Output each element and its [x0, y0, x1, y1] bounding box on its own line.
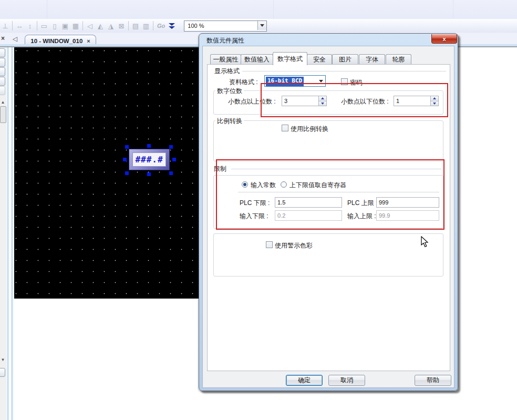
tab-label: 10 - WINDOW_010 — [30, 38, 82, 44]
align-vertical-icon[interactable]: ▯ — [49, 21, 60, 30]
warning-color-label: 使用警示色彩 — [275, 241, 313, 250]
scrollbar-thumb[interactable] — [0, 106, 6, 123]
edit-toolbar: ⊥ ↔ ↕ ▭ ▯ ▣ ▦ ◁ ◭ ◮ ⊠ ▤ ▥ Go 100 % — [0, 19, 517, 33]
same-width-icon[interactable]: ↔ — [14, 21, 25, 30]
digits-group-label: 数字位数 — [215, 87, 244, 96]
scroll-down-icon[interactable]: ▼ — [0, 357, 6, 362]
annotation-rect-limit — [216, 159, 444, 230]
rotate-icon[interactable]: ◮ — [106, 21, 116, 30]
align-horizontal-icon[interactable]: ▭ — [39, 21, 49, 30]
ok-button[interactable]: 确定 — [286, 375, 323, 386]
selection-handle[interactable] — [169, 145, 173, 149]
flip-left-icon[interactable]: ◁ — [85, 21, 95, 30]
same-height-icon[interactable]: ↕ — [25, 21, 35, 30]
warning-groupbox — [213, 233, 443, 276]
left-tool-button[interactable] — [0, 77, 5, 86]
align-bottom-icon[interactable]: ⊥ — [0, 21, 11, 30]
splitter-bar[interactable] — [7, 47, 9, 420]
tab-security[interactable]: 安全 — [307, 54, 332, 65]
tab-scroll-left-icon[interactable]: ◁ — [13, 35, 17, 43]
ungroup-icon[interactable]: ▥ — [141, 21, 151, 30]
data-format-label: 资料格式 : — [229, 78, 258, 87]
zoom-combobox[interactable]: 100 % — [184, 21, 267, 32]
layer-order-icon[interactable] — [167, 23, 177, 29]
panel-close-icon[interactable]: × — [1, 35, 5, 42]
left-tool-button[interactable] — [0, 67, 5, 76]
dialog-title: 数值元件属性 — [206, 36, 244, 45]
group-divider — [242, 71, 446, 71]
splitter-bar[interactable] — [11, 47, 13, 420]
selection-handle[interactable] — [125, 171, 129, 175]
help-button[interactable]: 帮助 — [415, 375, 451, 386]
toolbar-separator — [12, 21, 13, 30]
application-window: ⊥ ↔ ↕ ▭ ▯ ▣ ▦ ◁ ◭ ◮ ⊠ ▤ ▥ Go 100 % × ◁ 1… — [0, 0, 517, 420]
toolbar-band-divider — [453, 0, 453, 19]
go-button[interactable]: Go — [155, 23, 167, 29]
zoom-dropdown-button[interactable] — [257, 21, 266, 30]
left-tool-button[interactable] — [0, 86, 5, 95]
center-in-window-icon[interactable]: ▣ — [60, 21, 70, 30]
tab-numeric-input[interactable]: 数值输入 — [241, 54, 273, 65]
pin-icon[interactable]: ⊠ — [116, 21, 127, 30]
toolbar-separator — [128, 21, 129, 30]
tab-general[interactable]: 一般属性 — [210, 54, 241, 65]
zoom-value: 100 % — [184, 23, 204, 29]
left-tool-button[interactable] — [0, 368, 5, 377]
warning-color-checkbox[interactable] — [266, 241, 273, 248]
selection-handle[interactable] — [172, 158, 176, 161]
scroll-up-icon[interactable]: ▲ — [0, 100, 6, 105]
flip-horizontal-icon[interactable]: ◭ — [95, 21, 106, 30]
dialog-close-button[interactable]: x — [431, 34, 457, 44]
snap-grid-icon[interactable]: ▦ — [70, 21, 81, 30]
toolbar-band-divider — [273, 0, 274, 19]
selection-handle[interactable] — [169, 171, 173, 175]
use-scale-label: 使用比例转换 — [291, 125, 328, 134]
numeric-element-text: ###.# — [132, 152, 166, 167]
chevron-down-icon — [260, 24, 264, 27]
use-scale-checkbox[interactable] — [282, 125, 288, 131]
left-panel-strip: ▲ ▼ — [0, 47, 6, 420]
toolbar-separator — [153, 21, 153, 30]
tab-font[interactable]: 字体 — [359, 54, 385, 65]
group-icon[interactable]: ▤ — [130, 21, 141, 30]
tab-profile[interactable]: 轮廓 — [386, 54, 411, 65]
tab-number-format[interactable]: 数字格式 — [273, 52, 307, 65]
cancel-button[interactable]: 取消 — [328, 375, 365, 386]
tab-close-icon[interactable]: × — [87, 38, 90, 44]
scale-group-label: 比例转换 — [215, 117, 244, 126]
toolbar-separator — [82, 21, 83, 30]
toolbar-band-divider — [47, 0, 47, 19]
annotation-rect-digits — [261, 83, 448, 117]
mouse-cursor-icon — [421, 236, 429, 248]
selection-handle[interactable] — [147, 144, 151, 148]
left-tool-button[interactable] — [0, 48, 5, 57]
display-format-group-label: 显示格式 — [213, 67, 241, 76]
tab-picture[interactable]: 图片 — [332, 54, 358, 65]
numeric-element[interactable]: ###.# — [129, 149, 170, 170]
left-tool-button[interactable] — [0, 58, 5, 67]
toolbar-separator — [37, 21, 37, 30]
top-toolbar-strip — [0, 0, 517, 19]
design-canvas[interactable]: ###.# — [14, 47, 205, 299]
selection-handle[interactable] — [123, 158, 127, 161]
selection-handle[interactable] — [147, 172, 151, 176]
chevron-down-icon — [319, 80, 323, 83]
selection-handle[interactable] — [125, 145, 129, 149]
scale-groupbox — [213, 120, 443, 161]
